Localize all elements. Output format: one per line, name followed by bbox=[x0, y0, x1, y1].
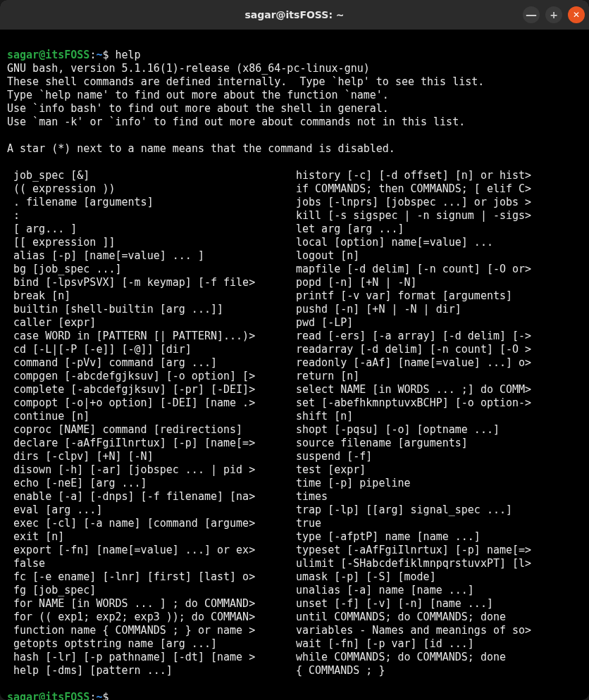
titlebar[interactable]: sagar@itsFOSS: ~ — + ✕ bbox=[0, 0, 589, 30]
window-controls: — + ✕ bbox=[523, 6, 585, 23]
help-left-column: job_spec [&] (( expression )) . filename… bbox=[7, 169, 289, 677]
help-header: GNU bash, version 5.1.16(1)-release (x86… bbox=[7, 62, 484, 128]
close-button[interactable]: ✕ bbox=[568, 6, 585, 23]
terminal-window: sagar@itsFOSS: ~ — + ✕ sagar@itsFOSS:~$ … bbox=[0, 0, 589, 700]
minimize-button[interactable]: — bbox=[523, 6, 540, 23]
help-star-note: A star (*) next to a name means that the… bbox=[7, 142, 395, 155]
help-builtin-list: job_spec [&] (( expression )) . filename… bbox=[7, 169, 582, 677]
maximize-button[interactable]: + bbox=[545, 6, 562, 23]
window-title: sagar@itsFOSS: ~ bbox=[244, 9, 344, 20]
terminal-output[interactable]: sagar@itsFOSS:~$ help GNU bash, version … bbox=[0, 30, 589, 700]
typed-command: help bbox=[116, 49, 141, 61]
prompt-dollar: $ bbox=[102, 49, 115, 61]
prompt-user-host: sagar@itsFOSS bbox=[7, 49, 89, 61]
help-right-column: history [-c] [-d offset] [n] or hist> if… bbox=[296, 169, 582, 677]
prompt-line: sagar@itsFOSS:~$ help bbox=[7, 49, 141, 61]
prompt-line: sagar@itsFOSS:~$ bbox=[7, 691, 116, 700]
prompt-user-host: sagar@itsFOSS bbox=[7, 691, 89, 700]
prompt-dollar: $ bbox=[102, 691, 115, 700]
